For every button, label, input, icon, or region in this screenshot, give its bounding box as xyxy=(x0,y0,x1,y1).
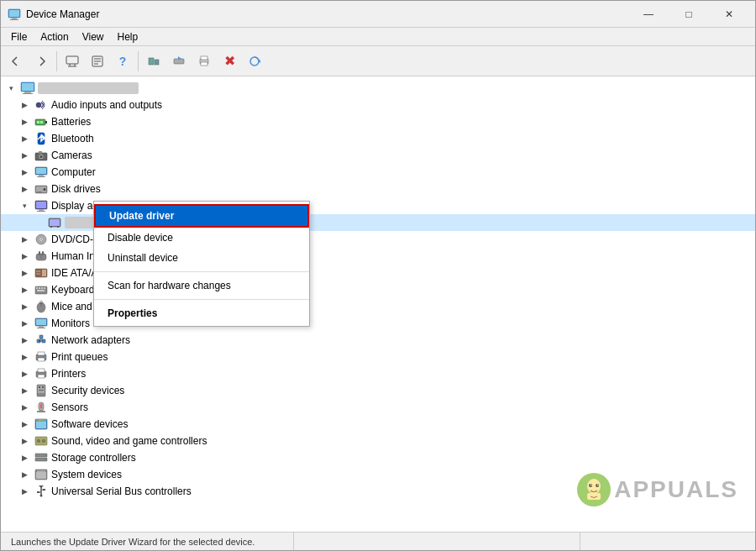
console-button[interactable] xyxy=(60,50,84,73)
scan-hardware-button[interactable] xyxy=(243,50,266,73)
expand-printqueues-icon[interactable]: ▶ xyxy=(18,350,31,364)
storage-label: Storage controllers xyxy=(51,452,136,464)
title-bar: Device Manager — □ ✕ xyxy=(1,1,755,28)
expand-computer-icon[interactable]: ▶ xyxy=(18,165,31,179)
expand-network-icon[interactable]: ▶ xyxy=(18,333,31,347)
expand-system-icon[interactable]: ▶ xyxy=(18,468,31,481)
software-label: Software devices xyxy=(51,418,128,430)
svg-rect-88 xyxy=(38,375,45,378)
svg-rect-22 xyxy=(22,83,34,91)
maximize-button[interactable]: □ xyxy=(669,2,708,27)
expand-audio-icon[interactable]: ▶ xyxy=(18,98,31,112)
menu-file[interactable]: File xyxy=(4,29,34,45)
tree-item-cameras[interactable]: ▶ Cameras xyxy=(1,147,755,164)
expand-security-icon[interactable]: ▶ xyxy=(18,384,31,397)
tree-item-printers[interactable]: ▶ Printers xyxy=(1,365,755,382)
menu-help[interactable]: Help xyxy=(111,29,145,45)
svg-point-110 xyxy=(45,454,46,456)
tree-item-diskdrives[interactable]: ▶ Disk drives xyxy=(1,181,755,197)
svg-rect-48 xyxy=(50,219,60,226)
tree-item-sensors[interactable]: ▶ Sensors xyxy=(1,399,755,416)
expand-usb-icon[interactable]: ▶ xyxy=(18,485,31,498)
expand-printers-icon[interactable]: ▶ xyxy=(18,367,31,380)
svg-rect-128 xyxy=(587,493,601,500)
svg-rect-37 xyxy=(39,175,44,176)
status-bar: Launches the Update Driver Wizard for th… xyxy=(1,532,755,550)
expand-ide-icon[interactable]: ▶ xyxy=(18,266,31,280)
tree-item-network[interactable]: ▶ Network adapters xyxy=(1,332,755,349)
computer-icon xyxy=(34,165,49,180)
svg-point-53 xyxy=(40,239,42,240)
svg-rect-23 xyxy=(24,92,31,93)
context-menu-uninstall-device[interactable]: Uninstall device xyxy=(94,248,309,268)
tree-item-security[interactable]: ▶ Security devices xyxy=(1,382,755,399)
tree-item-batteries[interactable]: ▶ Batteries xyxy=(1,113,755,130)
status-section3 xyxy=(580,533,748,550)
back-button[interactable] xyxy=(4,50,28,73)
expand-root-icon[interactable]: ▾ xyxy=(4,81,18,95)
svg-rect-93 xyxy=(39,390,44,391)
expand-hid-icon[interactable]: ▶ xyxy=(18,249,31,263)
expand-storage-icon[interactable]: ▶ xyxy=(18,451,31,464)
expand-bluetooth-icon[interactable]: ▶ xyxy=(18,132,31,145)
print-button[interactable] xyxy=(192,50,216,73)
expand-software-icon[interactable]: ▶ xyxy=(18,417,31,431)
tree-item-printqueues[interactable]: ▶ Print queues xyxy=(1,349,755,365)
sensors-label: Sensors xyxy=(51,401,88,413)
svg-point-101 xyxy=(39,420,41,422)
svg-rect-83 xyxy=(38,352,45,355)
svg-rect-28 xyxy=(37,121,39,123)
svg-rect-96 xyxy=(37,411,45,412)
forward-button[interactable] xyxy=(29,50,53,73)
audio-label: Audio inputs and outputs xyxy=(51,99,162,111)
expand-sound-icon[interactable]: ▶ xyxy=(18,434,31,448)
svg-rect-27 xyxy=(45,121,47,123)
menu-action[interactable]: Action xyxy=(34,29,75,45)
context-menu-properties[interactable]: Properties xyxy=(94,303,309,323)
help-button[interactable]: ? xyxy=(111,50,134,73)
audio-icon xyxy=(34,97,49,113)
context-menu-update-driver[interactable]: Update driver xyxy=(94,204,309,228)
properties-button[interactable] xyxy=(86,50,109,73)
svg-rect-114 xyxy=(37,470,45,472)
svg-rect-113 xyxy=(36,472,46,479)
minimize-button[interactable]: — xyxy=(629,2,668,27)
menu-view[interactable]: View xyxy=(76,29,111,45)
show-all-button[interactable] xyxy=(142,50,165,73)
svg-rect-3 xyxy=(9,10,19,17)
device-properties-button[interactable]: ✖ xyxy=(218,50,241,73)
update-driver-toolbar-button[interactable] xyxy=(167,50,191,73)
context-menu-scan[interactable]: Scan for hardware changes xyxy=(94,276,309,296)
tree-item-bluetooth[interactable]: ▶ Bluetooth xyxy=(1,130,755,147)
svg-point-126 xyxy=(591,485,591,485)
tree-item-audio[interactable]: ▶ Audio inputs and outputs xyxy=(1,97,755,113)
printqueues-icon xyxy=(34,349,49,365)
context-menu-sep2 xyxy=(94,299,309,300)
expand-monitors-icon[interactable]: ▶ xyxy=(18,317,31,330)
tree-root[interactable]: ▾ xyxy=(1,80,755,97)
expand-display-icon[interactable]: ▾ xyxy=(18,199,31,213)
expand-diskdrives-icon[interactable]: ▶ xyxy=(18,182,31,196)
tree-item-storage[interactable]: ▶ Storage controllers xyxy=(1,449,755,466)
svg-rect-65 xyxy=(41,287,43,289)
expand-sensors-icon[interactable]: ▶ xyxy=(18,401,31,414)
expand-mice-icon[interactable]: ▶ xyxy=(18,300,31,313)
tree-item-sound[interactable]: ▶ Sound, video and game controllers xyxy=(1,433,755,449)
computer-label: Computer xyxy=(51,166,96,178)
status-message: Launches the Update Driver Wizard for th… xyxy=(8,533,294,550)
toolbar-sep2 xyxy=(138,51,139,71)
svg-rect-87 xyxy=(38,369,45,372)
expand-dvd-icon[interactable]: ▶ xyxy=(18,233,31,246)
watermark: APPUALS xyxy=(577,473,738,506)
close-button[interactable]: ✕ xyxy=(710,2,748,27)
batteries-icon xyxy=(34,114,49,129)
expand-batteries-icon[interactable]: ▶ xyxy=(18,115,31,129)
expand-keyboards-icon[interactable]: ▶ xyxy=(18,283,31,296)
device-manager-window: Device Manager — □ ✕ File Action View He… xyxy=(0,0,756,551)
context-menu-disable-device[interactable]: Disable device xyxy=(94,228,309,248)
svg-rect-74 xyxy=(37,328,45,328)
tree-item-computer[interactable]: ▶ Computer xyxy=(1,164,755,181)
expand-cameras-icon[interactable]: ▶ xyxy=(18,149,31,162)
svg-rect-66 xyxy=(44,287,45,289)
tree-item-software[interactable]: ▶ Software devices xyxy=(1,416,755,433)
